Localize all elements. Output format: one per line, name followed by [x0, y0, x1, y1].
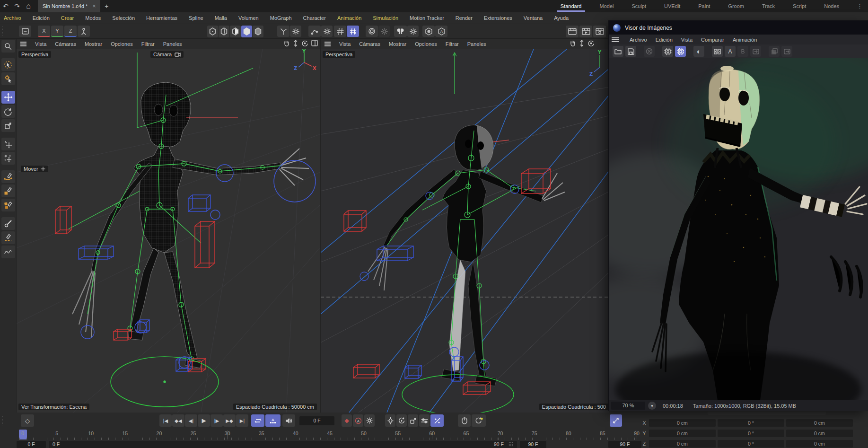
z-position-field[interactable]: 0 cm — [649, 440, 716, 448]
current-frame-field[interactable]: 0 F — [299, 416, 334, 425]
layout-tab-script[interactable]: Script — [792, 1, 807, 11]
loop-playback-icon[interactable] — [251, 414, 264, 427]
goto-start-button[interactable]: |◀ — [159, 414, 172, 427]
x-rotation-field[interactable]: 0 ° — [718, 419, 784, 427]
next-key-button[interactable]: ▶◆ — [223, 414, 236, 427]
menu-animacion[interactable]: Animación — [337, 15, 361, 21]
render-view-icon[interactable] — [566, 26, 579, 37]
vp-left-menu-paneles[interactable]: Paneles — [163, 41, 182, 47]
snap-grid-icon[interactable] — [347, 26, 359, 37]
zoom-dropdown-icon[interactable]: ▾ — [648, 402, 656, 410]
vp-left-menu-filtrar[interactable]: Filtrar — [141, 41, 155, 47]
toggle-panels-icon[interactable] — [311, 40, 318, 46]
key-scale-icon[interactable] — [408, 414, 418, 427]
cancel-render-icon[interactable] — [644, 46, 655, 57]
sketch-pen-tool-icon[interactable] — [1, 184, 15, 197]
tweak-move-tool-icon[interactable] — [1, 138, 15, 150]
prev-key-button[interactable]: ◆◀ — [172, 414, 184, 427]
layout-tab-standard[interactable]: Standard — [560, 1, 583, 11]
live-selection-tool-icon[interactable] — [1, 58, 15, 71]
layers-icon[interactable] — [769, 46, 780, 57]
keyframe-diamond-icon[interactable]: ◇ — [21, 414, 34, 427]
rotate-tool-icon[interactable] — [1, 105, 15, 118]
rendered-image[interactable] — [609, 58, 868, 400]
camera-label[interactable]: Cámara — [150, 51, 184, 58]
model-mode-icon[interactable] — [241, 26, 252, 37]
save-icon[interactable] — [625, 46, 636, 57]
vp-right-menu-camaras[interactable]: Cámaras — [359, 41, 380, 47]
enable-axis-icon[interactable] — [277, 26, 289, 37]
layout-tab-track[interactable]: Track — [761, 1, 776, 11]
zoom-level-field[interactable]: 70 % — [611, 402, 645, 410]
render-to-picture-viewer-icon[interactable] — [579, 26, 592, 37]
pan-hand-icon[interactable] — [283, 40, 290, 47]
zoom-updown-icon[interactable] — [579, 40, 585, 47]
ik-tool-icon[interactable] — [308, 26, 321, 37]
record-keyframe-icon[interactable]: ◆ — [342, 414, 352, 427]
menu-spline[interactable]: Spline — [189, 15, 203, 21]
viewport-right-burger-icon[interactable] — [324, 42, 331, 46]
axis-x-button[interactable]: X — [38, 26, 50, 37]
viewport-left-canvas[interactable]: Y Z X Perspectiva Cámara Mover Ver Trans… — [17, 49, 320, 413]
pv-menu-animacion[interactable]: Animación — [733, 37, 757, 43]
contrast-filter-icon[interactable]: ◐ — [693, 46, 704, 57]
timeline-grip[interactable] — [2, 416, 5, 426]
vp-left-menu-mostrar[interactable]: Mostrar — [85, 41, 102, 47]
viewport-right-canvas[interactable]: Y Z Perspectiva Espaciado Cuadrícula : 5… — [321, 49, 609, 413]
undo-icon[interactable]: ↶ — [0, 1, 11, 11]
render-region-icon[interactable] — [366, 26, 378, 37]
range-bar[interactable]: 0 F 90 F — [49, 441, 517, 448]
render-settings-icon[interactable] — [593, 26, 606, 37]
vp-right-menu-paneles[interactable]: Paneles — [467, 41, 486, 47]
key-position-icon[interactable] — [385, 414, 395, 427]
layout-tab-uvedit[interactable]: UVEdit — [663, 1, 681, 11]
knife-line-cut-tool-icon[interactable] — [1, 231, 15, 244]
pv-menu-vista[interactable]: Vista — [681, 37, 693, 43]
compare-a-button[interactable]: A — [725, 46, 736, 57]
z-rotation-field[interactable]: 0 ° — [718, 440, 784, 448]
play-button[interactable]: ▶ — [198, 414, 210, 427]
home-icon[interactable]: ⌂ — [23, 1, 34, 11]
redo-icon[interactable]: ↷ — [11, 1, 23, 11]
render-settings-chip-icon[interactable] — [662, 46, 673, 57]
key-rotation-icon[interactable] — [396, 414, 407, 427]
render-gear-icon[interactable] — [378, 26, 390, 37]
add-tab-button[interactable]: + — [100, 0, 113, 12]
vp-left-menu-camaras[interactable]: Cámaras — [55, 41, 76, 47]
axis-z-button[interactable]: Z — [64, 26, 77, 37]
autokey-icon[interactable]: A — [353, 414, 363, 427]
layout-tab-model[interactable]: Model — [598, 1, 614, 11]
vp-right-menu-mostrar[interactable]: Mostrar — [389, 41, 406, 47]
toolbar-grip[interactable] — [2, 26, 5, 36]
vp-right-menu-filtrar[interactable]: Filtrar — [446, 41, 459, 47]
menu-volumen[interactable]: Volumen — [238, 15, 259, 21]
range-start-field[interactable]: 0 F — [17, 441, 46, 448]
z-scale-field[interactable]: 0 cm — [786, 440, 853, 448]
menu-archivo[interactable]: Archivo — [4, 15, 21, 21]
menu-ayuda[interactable]: Ayuda — [554, 15, 569, 21]
keying-settings-gear-icon[interactable] — [364, 414, 375, 427]
timeline-expand-icon[interactable] — [610, 414, 622, 427]
pv-menu-comparar[interactable]: Comparar — [701, 37, 724, 43]
symmetry-butterfly-icon[interactable] — [394, 26, 407, 37]
goto-end-button[interactable]: ▶| — [236, 414, 248, 427]
menu-edicion[interactable]: Edición — [33, 15, 50, 21]
layout-tab-sculpt[interactable]: Sculpt — [631, 1, 647, 11]
coordinate-system-icon[interactable] — [78, 26, 90, 37]
workplane-grid-icon[interactable] — [334, 26, 346, 37]
polygons-mode-icon[interactable] — [230, 26, 241, 37]
pv-menu-edicion[interactable]: Edición — [656, 37, 673, 43]
next-frame-button[interactable]: |▶ — [210, 414, 223, 427]
auto-mode-hexagon-icon[interactable]: A — [435, 26, 447, 37]
pan-hand-icon[interactable] — [570, 40, 576, 47]
menu-motion-tracker[interactable]: Motion Tracker — [410, 15, 444, 21]
layout-menu-dots-icon[interactable]: ⋮ — [856, 1, 863, 11]
layout-tab-groom[interactable]: Groom — [727, 1, 745, 11]
range-end-field[interactable]: 90 F — [520, 441, 546, 448]
undo-history-icon[interactable] — [19, 26, 31, 37]
y-scale-field[interactable]: 0 cm — [786, 430, 853, 437]
symmetry-gear-icon[interactable] — [407, 26, 419, 37]
axis-settings-gear-icon[interactable] — [290, 26, 301, 37]
move-tool-icon[interactable] — [1, 91, 15, 104]
layout-tab-nodes[interactable]: Nodes — [823, 1, 840, 11]
